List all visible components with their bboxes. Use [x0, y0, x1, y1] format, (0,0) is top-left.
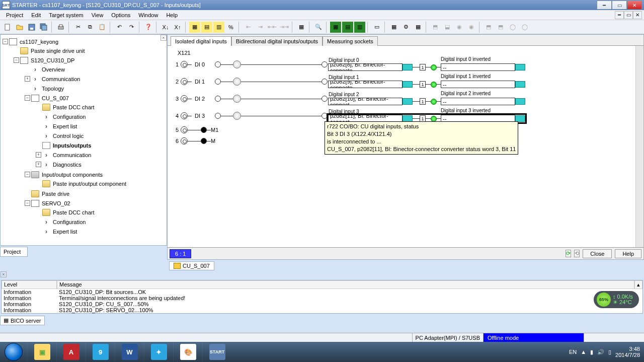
menu-target[interactable]: Target system [45, 11, 87, 19]
tool-x2[interactable]: X↑ [172, 22, 183, 33]
close-content-button[interactable]: Close [583, 249, 612, 258]
tree-expert2[interactable]: Expert list [52, 228, 78, 235]
tool-a4[interactable]: ⇥⇥ [279, 22, 290, 33]
tree-paste-ioc[interactable]: Paste input/output component [52, 180, 127, 187]
tree-ioc[interactable]: Input/output components [41, 171, 104, 178]
menu-options[interactable]: Options [107, 11, 134, 19]
tray-lang[interactable]: EN [569, 349, 577, 355]
message-row[interactable]: InformationS120_CU310_DP: Bit sources...… [2, 289, 642, 295]
tool-s4[interactable]: ◯ [519, 22, 530, 33]
message-row[interactable]: InformationTerminal/signal interconnecti… [2, 295, 642, 301]
refresh-icon[interactable]: ⟳ [566, 250, 571, 257]
maximize-button[interactable]: ▭ [612, 1, 627, 10]
tool-cut[interactable]: ✂ [72, 22, 84, 33]
minimize-button[interactable]: ━ [597, 1, 612, 10]
tree-paste-dcc1[interactable]: Paste DCC chart [52, 104, 96, 111]
menu-window[interactable]: Window [134, 11, 162, 19]
di-row[interactable]: 3DI 2Digital input 2p2082[10], BI: Binec… [173, 90, 526, 107]
tray-clock[interactable]: 3:48 2014/7/28 [615, 346, 640, 358]
tree-cu[interactable]: CU_S_007 [41, 95, 70, 102]
tool-s3[interactable]: ◯ [507, 22, 518, 33]
tool-t3[interactable]: ▦ [413, 22, 424, 33]
tool-grid[interactable]: ▦ [296, 22, 307, 33]
start-button[interactable] [0, 342, 27, 361]
tree-config2[interactable]: Configuration [52, 219, 87, 226]
tree-io[interactable]: Inputs/outputs [52, 142, 92, 149]
tree-servo[interactable]: SERVO_02 [41, 200, 71, 207]
teal-connector-icon[interactable] [515, 81, 525, 88]
tool-g3[interactable]: ▥ [354, 22, 365, 33]
knob-icon[interactable] [233, 95, 241, 103]
tool-saveall[interactable] [38, 22, 49, 33]
tree-root[interactable]: cs1107_keyong [19, 38, 59, 45]
inverter-icon[interactable]: 1 [420, 98, 426, 105]
teal-connector-icon[interactable] [403, 64, 413, 70]
tool-x1[interactable]: X↓ [160, 22, 171, 33]
inv-box[interactable]: -- [441, 98, 515, 105]
taskbar-pdf[interactable]: A [56, 342, 86, 361]
tab-bidirectional[interactable]: Bidirectional digital inputs/outputs [231, 36, 323, 46]
di-row[interactable]: 2DI 1Digital input 1p2082[9], BI: Binect… [173, 73, 526, 90]
msg-close-icon[interactable]: × [1, 271, 7, 277]
project-tree[interactable]: × −cs1107_keyong Paste single drive unit… [1, 35, 167, 245]
tree-overview[interactable]: Overview [41, 66, 66, 73]
tray-vol-icon[interactable]: 🔊 [597, 349, 604, 355]
tray-flag-icon[interactable]: ▲ [581, 349, 586, 355]
tool-print[interactable] [55, 22, 66, 33]
knob-icon[interactable] [233, 112, 241, 120]
tab-isolated-di[interactable]: Isolated digital inputs [171, 36, 231, 46]
tool-paste[interactable]: 📋 [97, 22, 108, 33]
tool-a3[interactable]: ⇤⇤ [267, 22, 278, 33]
inv-box[interactable]: -- [441, 81, 515, 88]
tool-g1[interactable]: ▦ [330, 22, 341, 33]
taskbar-explorer[interactable]: ▣ [27, 342, 56, 361]
message-row[interactable]: InformationS120_CU310_DP: SERVO_02...100… [2, 307, 642, 313]
help-content-button[interactable]: Help [615, 249, 641, 258]
tool-undo[interactable]: ↶ [114, 22, 125, 33]
teal-connector-icon[interactable] [515, 98, 525, 105]
tool-y2[interactable]: ▤ [201, 22, 212, 33]
teal-connector-icon[interactable] [403, 81, 413, 88]
tool-t1[interactable]: ▭ [371, 22, 382, 33]
signal-box[interactable]: p2082[9], BI: Binector-connecto [328, 81, 403, 88]
msg-col-message[interactable]: Message [57, 280, 634, 289]
project-tab[interactable]: Project [0, 247, 28, 257]
taskbar-app1[interactable]: 9 [86, 342, 115, 361]
knob-icon[interactable] [233, 60, 241, 68]
tree-close-icon[interactable]: × [160, 35, 167, 41]
teal-connector-icon[interactable] [515, 64, 525, 70]
tool-save[interactable] [26, 22, 37, 33]
tree-s120[interactable]: S120_CU310_DP [30, 57, 75, 64]
tool-t2[interactable]: ▦ [388, 22, 399, 33]
teal-connector-icon[interactable] [403, 98, 413, 105]
tree-paste-single[interactable]: Paste single drive unit [30, 47, 86, 54]
menu-help[interactable]: Help [162, 11, 182, 19]
di-row[interactable]: 1DI 0Digital input 0p2082[8], BI: Binect… [173, 56, 526, 73]
tree-config1[interactable]: Configuration [52, 113, 87, 120]
signal-box[interactable]: p2082[8], BI: Binector-connecto [328, 63, 403, 71]
tool-p3[interactable]: ◉ [454, 22, 465, 33]
canvas-scrollbar[interactable] [635, 46, 643, 247]
tree-paste-dcc2[interactable]: Paste DCC chart [52, 209, 96, 216]
knob-icon[interactable] [233, 78, 241, 86]
tool-redo[interactable]: ↷ [126, 22, 137, 33]
tree-comm2[interactable]: Communication [52, 152, 92, 159]
close-button[interactable]: ✕ [627, 1, 642, 10]
taskbar-starter[interactable]: START [202, 342, 231, 361]
menu-project[interactable]: Project [2, 11, 27, 19]
document-tab[interactable]: CU_S_007 [169, 261, 214, 270]
tool-help[interactable]: ❓ [143, 22, 154, 33]
msg-scroll-up[interactable]: ▴ [634, 280, 642, 289]
menu-edit[interactable]: Edit [27, 11, 45, 19]
tray-net-icon[interactable]: ▮ [590, 349, 593, 355]
mdi-minimize[interactable]: ━ [615, 11, 624, 19]
tool-percent[interactable]: % [225, 22, 236, 33]
mdi-restore[interactable]: ▭ [624, 11, 633, 19]
message-row[interactable]: InformationS120_CU310_DP: CU_S_007...50% [2, 301, 642, 307]
taskbar-app2[interactable]: ✦ [144, 342, 173, 361]
system-tray[interactable]: EN ▲ ▮ 🔊 ▯ 3:48 2014/7/28 [569, 346, 644, 358]
tree-expert1[interactable]: Expert list [52, 123, 78, 130]
tool-y3[interactable]: ▥ [213, 22, 224, 33]
tool-p4[interactable]: ◉ [466, 22, 477, 33]
taskbar-word[interactable]: W [115, 342, 144, 361]
